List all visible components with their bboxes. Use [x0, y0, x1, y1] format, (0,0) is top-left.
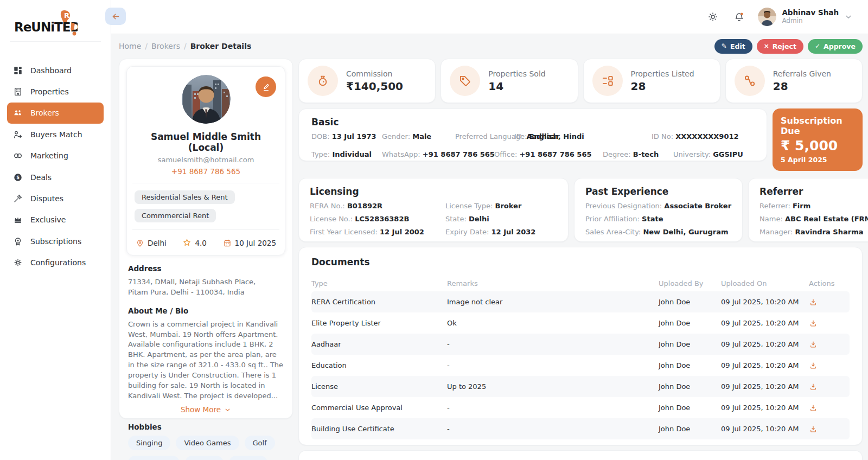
stat-label: Properties Sold	[488, 69, 545, 78]
notifications-button[interactable]	[732, 10, 746, 24]
field-id: ID: Aadhaar	[514, 132, 560, 140]
doc-type: RERA Certification	[311, 298, 447, 306]
download-button[interactable]	[809, 382, 850, 391]
breadcrumb-home[interactable]: Home	[119, 42, 141, 50]
sidebar-item-label: Properties	[30, 87, 69, 96]
field-university: University: GGSIPU	[673, 150, 743, 158]
doc-remarks: -	[447, 425, 659, 433]
specialization-tag: Residential Sales & Rent	[135, 190, 235, 204]
col-remarks: Remarks	[447, 279, 659, 288]
sidebar-item-label: Configurations	[30, 258, 86, 267]
field-first-year: First Year Licensed: 12 Jul 2002	[310, 228, 445, 236]
hobby-pill: Formula 1	[128, 456, 180, 460]
sidebar-item-label: Marketing	[30, 151, 68, 160]
sun-icon	[707, 11, 718, 22]
sidebar-item-buyers-match[interactable]: Buyers Match	[0, 124, 111, 145]
stat-value: 28	[773, 80, 831, 93]
app-logo[interactable]: R ReUNiTED	[0, 0, 111, 41]
breadcrumb-brokers[interactable]: Brokers	[151, 42, 180, 50]
main-content: Home / Brokers / Broker Details ✎ Edit ×…	[111, 34, 868, 460]
table-row: Building Use Certificate - John Doe 09 J…	[311, 418, 850, 439]
notification-dot	[741, 12, 743, 15]
approve-button[interactable]: ✓ Approve	[808, 39, 863, 54]
sidebar-item-deals[interactable]: $ Deals	[0, 167, 111, 188]
svg-text:$: $	[16, 175, 20, 180]
reject-button[interactable]: × Reject	[757, 39, 803, 54]
user-menu[interactable]: Abhinav Shah Admin	[758, 8, 853, 26]
sidebar-item-exclusive[interactable]: Exclusive	[0, 209, 111, 231]
back-button[interactable]	[105, 8, 126, 25]
table-row: Commercial Use Approval - John Doe 09 Ju…	[311, 397, 850, 418]
field-referrer: Referrer: Firm	[760, 202, 868, 210]
sidebar-item-marketing[interactable]: Marketing	[0, 145, 111, 167]
bio-title: About Me / Bio	[128, 306, 284, 315]
sidebar-item-configurations[interactable]: Configurations	[0, 252, 111, 273]
address-line: Pitam Pura, Delhi - 110034, India	[128, 288, 284, 298]
basic-title: Basic	[311, 117, 754, 127]
sidebar-item-properties[interactable]: Properties	[0, 81, 111, 102]
col-uploaded-by: Uploaded By	[659, 279, 721, 288]
deals-icon: $	[13, 173, 23, 182]
stat-label: Referrals Given	[773, 69, 831, 78]
doc-uploaded-on: 09 Jul 2025, 10:20 AM	[721, 298, 809, 306]
check-icon: ✓	[815, 42, 820, 50]
doc-uploaded-by: John Doe	[659, 425, 721, 433]
table-row: Aadhaar - John Doe 09 Jul 2025, 10:20 AM	[311, 334, 850, 355]
doc-remarks: -	[447, 361, 659, 369]
edit-profile-button[interactable]	[256, 76, 276, 97]
referrer-title: Referrer	[760, 186, 868, 197]
download-icon	[809, 298, 818, 306]
theme-toggle-button[interactable]	[706, 10, 720, 24]
edit-button-label: Edit	[730, 42, 745, 50]
download-icon	[809, 404, 818, 412]
hobby-pill: Riding	[229, 456, 267, 460]
broker-phone[interactable]: +91 8687 786 565	[135, 167, 277, 176]
referrer-card: Referrer Referrer: Firm Name: ABC Real E…	[748, 178, 868, 242]
pencil-icon: ✎	[722, 42, 727, 50]
doc-uploaded-by: John Doe	[659, 382, 721, 391]
address-text: 71334, DMall, Netaji Subhash Place, Pita…	[128, 277, 284, 298]
sidebar-item-dashboard[interactable]: Dashboard	[0, 60, 111, 81]
hobby-pill: Hiking	[185, 456, 224, 460]
doc-remarks: -	[447, 340, 659, 348]
doc-remarks: Up to 2025	[447, 382, 659, 391]
download-button[interactable]	[809, 425, 850, 433]
licensing-title: Licensing	[310, 186, 557, 197]
sidebar-item-disputes[interactable]: Disputes	[0, 188, 111, 209]
sidebar-item-label: Subscriptions	[30, 237, 81, 246]
calendar-icon	[223, 239, 232, 247]
stat-value: 14	[488, 80, 545, 93]
download-button[interactable]	[809, 404, 850, 412]
licensing-grid: RERA No.: B01892R License No.: LC5283638…	[310, 197, 557, 236]
sidebar-nav: Dashboard Properties Brokers Buyers Matc…	[0, 60, 111, 273]
doc-remarks: Image not clear	[447, 298, 659, 306]
table-row: License Up to 2025 John Doe 09 Jul 2025,…	[311, 376, 850, 397]
download-button[interactable]	[809, 319, 850, 328]
svg-text:R: R	[64, 11, 69, 20]
next-section-card	[298, 450, 863, 460]
breadcrumb: Home / Brokers / Broker Details	[119, 42, 251, 50]
sidebar-item-brokers[interactable]: Brokers	[7, 103, 104, 124]
doc-type: Building Use Certificate	[311, 425, 447, 433]
location-pin-icon	[136, 239, 144, 247]
download-button[interactable]	[809, 340, 850, 349]
sidebar-item-label: Disputes	[30, 194, 63, 203]
stat-texts: Commission ₹140,500	[346, 69, 403, 93]
stat-value: 28	[631, 80, 694, 93]
user-name: Abhinav Shah	[782, 9, 839, 17]
download-button[interactable]	[809, 361, 850, 370]
field-sales-area: Sales Area-City: New Delhi, Gurugram	[585, 228, 731, 236]
doc-uploaded-on: 09 Jul 2025, 10:20 AM	[721, 425, 809, 433]
sidebar-item-label: Exclusive	[30, 215, 66, 224]
download-button[interactable]	[809, 298, 850, 306]
date-label: 10 Jul 2025	[235, 239, 276, 247]
action-buttons: ✎ Edit × Reject ✓ Approve	[714, 39, 863, 54]
edit-button[interactable]: ✎ Edit	[714, 39, 752, 54]
documents-card: Documents Type Remarks Uploaded By Uploa…	[298, 247, 863, 445]
show-more-link[interactable]: Show More	[128, 405, 284, 414]
sidebar-item-subscriptions[interactable]: Subscriptions	[0, 231, 111, 252]
specialization-tags: Residential Sales & Rent Commmercial Ren…	[135, 190, 277, 222]
field-prior-affiliation: Prior Affiliation: State	[585, 215, 731, 223]
subscription-due-card: Subscription Due ₹ 5,000 5 April 2025	[773, 108, 863, 171]
doc-uploaded-on: 09 Jul 2025, 10:20 AM	[721, 382, 809, 391]
